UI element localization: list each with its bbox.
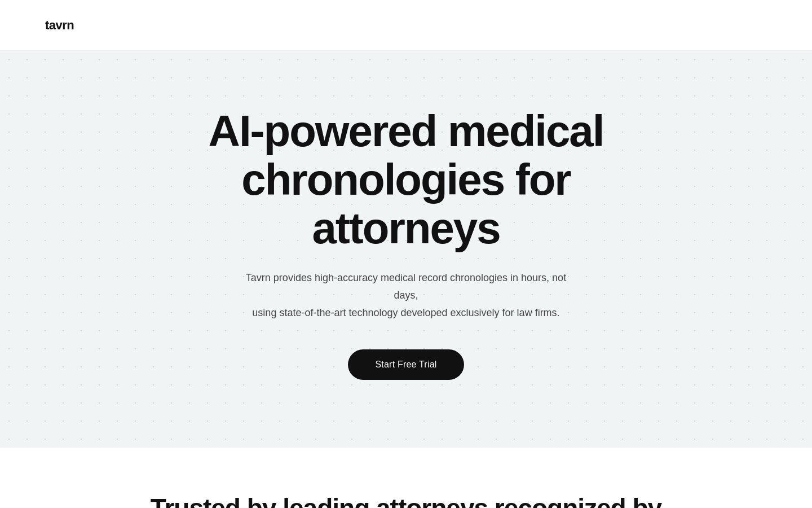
start-free-trial-button[interactable]: Start Free Trial — [348, 349, 464, 380]
navbar: tavrn — [0, 0, 812, 51]
trust-title: Trusted by leading attorneys recognized … — [45, 493, 767, 508]
hero-section: AI-powered medical chronologies for atto… — [0, 51, 812, 448]
logo[interactable]: tavrn — [45, 18, 74, 33]
hero-title: AI-powered medical chronologies for atto… — [152, 107, 660, 252]
trust-section: Trusted by leading attorneys recognized … — [0, 448, 812, 508]
hero-subtitle: Tavrn provides high-accuracy medical rec… — [237, 269, 575, 321]
